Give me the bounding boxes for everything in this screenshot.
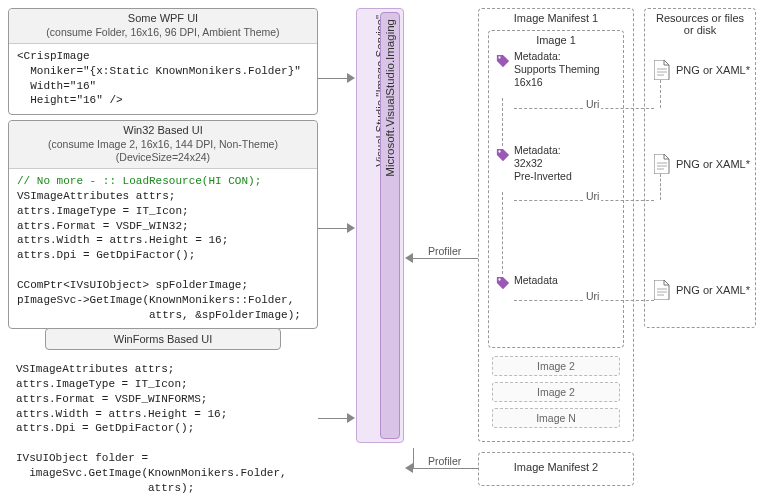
wpf-ui-box: Some WPF UI (consume Folder, 16x16, 96 D… [8, 8, 318, 115]
wpf-ui-title: Some WPF UI [13, 12, 313, 26]
arrow-win32-head [347, 223, 355, 233]
image-slot-b: Image 2 [492, 382, 620, 402]
uri2-drop [660, 174, 661, 200]
winforms-ui-box: WinForms Based UI [45, 328, 281, 350]
file-label-3: PNG or XAML* [676, 284, 750, 296]
file-icon [654, 60, 670, 80]
file-row-3: PNG or XAML* [654, 280, 750, 300]
wpf-ui-header: Some WPF UI (consume Folder, 16x16, 96 D… [9, 9, 317, 44]
win32-ui-header: Win32 Based UI (consume Image 2, 16x16, … [9, 121, 317, 169]
manifest1-title: Image Manifest 1 [479, 9, 633, 26]
svg-point-0 [498, 56, 500, 58]
manifest2-title: Image Manifest 2 [479, 453, 633, 475]
win32-ui-sub2: (DeviceSize=24x24) [13, 151, 313, 164]
win32-ui-title: Win32 Based UI [13, 124, 313, 138]
profiler2-line-v [413, 448, 414, 468]
image-slot-c: Image N [492, 408, 620, 428]
file-row-2: PNG or XAML* [654, 154, 750, 174]
meta2: Metadata: 32x32 Pre-Inverted [514, 144, 572, 183]
winforms-code: VSImageAttributes attrs; attrs.ImageType… [8, 354, 318, 502]
uri2-label: Uri [584, 190, 601, 202]
uri3-label: Uri [584, 290, 601, 302]
tag-icon [496, 54, 510, 68]
wpf-ui-sub: (consume Folder, 16x16, 96 DPI, Ambient … [13, 26, 313, 39]
meta-connector-2 [502, 192, 503, 274]
file-icon [654, 280, 670, 300]
meta-connector-1 [502, 98, 503, 146]
svg-point-2 [498, 278, 500, 280]
image-slot-a: Image 2 [492, 356, 620, 376]
arrow-win32-line [318, 228, 348, 229]
file-row-1: PNG or XAML* [654, 60, 750, 80]
resources-title: Resources or files or disk [645, 9, 755, 38]
file-icon [654, 154, 670, 174]
tag-icon [496, 276, 510, 290]
profiler1-line [413, 258, 478, 259]
file-label-1: PNG or XAML* [676, 64, 750, 76]
profiler1-label: Profiler [426, 245, 463, 257]
arrow-winforms-line [318, 418, 348, 419]
file-label-2: PNG or XAML* [676, 158, 750, 170]
arrow-winforms-head [347, 413, 355, 423]
profiler2-line-h [413, 468, 478, 469]
service-inner: Microsoft.VisualStudio.Imaging [380, 12, 400, 439]
meta1: Metadata: Supports Theming 16x16 [514, 50, 600, 89]
arrow-wpf-line [318, 78, 348, 79]
win32-comment: // No more - :: LoadResource(HI CON); [17, 175, 261, 187]
tag-icon [496, 148, 510, 162]
arrow-wpf-head [347, 73, 355, 83]
service-inner-label: Microsoft.VisualStudio.Imaging [382, 13, 398, 183]
win32-ui-code: // No more - :: LoadResource(HI CON); VS… [9, 169, 317, 328]
image1-title: Image 1 [489, 31, 623, 48]
win32-ui-sub: (consume Image 2, 16x16, 144 DPI, Non-Th… [13, 138, 313, 151]
manifest2-box: Image Manifest 2 [478, 452, 634, 486]
profiler2-head [405, 463, 413, 473]
uri1-drop [660, 80, 661, 108]
svg-point-1 [498, 150, 500, 152]
winforms-ui-title: WinForms Based UI [46, 329, 280, 349]
uri1-label: Uri [584, 98, 601, 110]
meta3: Metadata [514, 274, 558, 287]
win32-code-body: VSImageAttributes attrs; attrs.ImageType… [17, 190, 301, 321]
wpf-ui-code: <CrispImage Moniker="{x:Static KnownMoni… [9, 44, 317, 114]
profiler1-head [405, 253, 413, 263]
win32-ui-box: Win32 Based UI (consume Image 2, 16x16, … [8, 120, 318, 329]
winforms-code-box: VSImageAttributes attrs; attrs.ImageType… [8, 354, 318, 502]
profiler2-label: Profiler [426, 455, 463, 467]
